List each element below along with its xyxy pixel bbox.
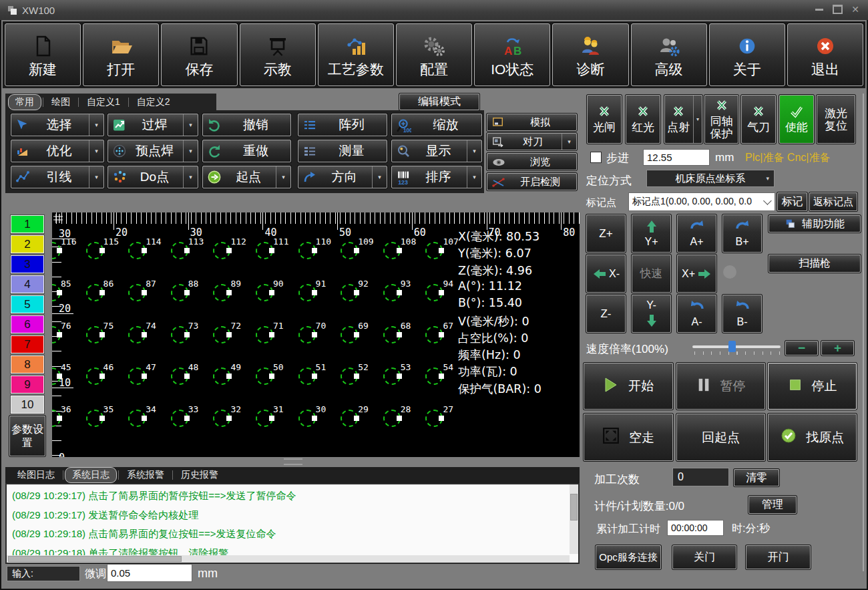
toolbar-button-diagnose-workers[interactable]: 诊断 [552,23,628,86]
ribbon-tab-4[interactable]: 自定义2 [130,95,177,110]
weld-point-node[interactable] [57,374,62,379]
fine-tune-input[interactable] [107,564,192,582]
palette-color-6[interactable]: 6 [11,315,44,333]
view-button-eye[interactable]: 浏览 [487,153,577,170]
tool-button-display[interactable]: 显示▾ [391,140,482,162]
clear-count-button[interactable]: 清零 [734,469,779,486]
weld-point-node[interactable] [142,248,147,253]
tool-button-optimize[interactable]: 优化▾ [11,140,104,162]
weld-point-node[interactable] [99,374,105,379]
toolbar-button-config-gears[interactable]: 配置 [396,23,472,86]
palette-color-4[interactable]: 4 [11,275,44,293]
toolbar-button-about-info[interactable]: 关于 [709,23,785,86]
log-view[interactable]: (08/29 10:29:17) 点击了简易界面的暂停按钮==>发送了暂停命令(… [5,483,580,564]
weld-point-node[interactable] [142,416,147,421]
weld-point-node[interactable] [57,416,62,421]
weld-point-node[interactable] [226,416,232,421]
weld-point-node[interactable] [142,290,147,295]
weld-point-node[interactable] [226,248,232,253]
weld-point-node[interactable] [354,332,359,337]
speed-plus-button[interactable]: + [821,341,854,355]
jog-button-Z+[interactable]: Z+ [586,214,626,253]
tool-button-leadline[interactable]: 引线▾ [11,166,104,188]
chevron-down-icon[interactable]: ▾ [183,140,198,162]
process-time-input[interactable] [667,520,724,536]
weld-point-node[interactable] [269,332,274,337]
weld-point-node[interactable] [99,290,105,295]
toolbar-button-save-floppy[interactable]: 保存 [161,23,237,86]
chevron-down-icon[interactable]: ▾ [372,166,387,188]
step-input[interactable] [643,149,710,166]
weld-point-node[interactable] [184,374,190,379]
weld-point-node[interactable] [184,248,190,253]
param-settings-button[interactable]: 参数设置 [9,416,45,456]
tool-button-prespot[interactable]: 预点焊▾ [107,140,198,162]
laser-button-5[interactable]: 气刀 [741,95,776,144]
jog-button-B+[interactable]: B+ [722,214,762,253]
laser-button-4[interactable]: 同轴保护 [704,95,738,144]
laser-button-6[interactable]: 使能 [779,95,814,144]
toolbar-button-advanced-users[interactable]: 高级 [631,23,707,86]
manage-button[interactable]: 管理 [748,496,797,514]
log-tab-1[interactable]: 绘图日志 [11,468,61,482]
chevron-down-icon[interactable]: ▾ [183,166,198,188]
weld-point-node[interactable] [439,290,444,295]
weld-point-node[interactable] [397,290,402,295]
chevron-down-icon[interactable]: ▾ [562,134,576,150]
tool-button-direction[interactable]: 方向▾ [298,166,387,188]
weld-point-node[interactable] [354,374,359,379]
weld-point-node[interactable] [226,332,232,337]
step-checkbox[interactable] [590,152,602,163]
tool-button-undo[interactable]: 撤销 [202,114,291,136]
laser-button-7[interactable]: 激光复位 [817,95,855,144]
chevron-down-icon[interactable]: ▾ [89,140,103,162]
weld-point-node[interactable] [439,374,444,379]
toolbar-button-teach-screen[interactable]: 示教 [240,23,316,86]
toolbar-button-io-ab[interactable]: ABIO状态 [474,23,550,86]
toolbar-button-exit-cross[interactable]: 退出 [787,23,863,86]
splitter-handle[interactable] [284,458,302,465]
chevron-down-icon[interactable]: ▾ [467,140,481,162]
aux-function-button[interactable]: 辅助功能 [769,215,861,233]
tool-button-cursor[interactable]: 选择▾ [11,114,104,136]
view-button-toolalign[interactable]: 对刀▾ [487,133,577,150]
weld-point-node[interactable] [142,332,147,337]
palette-color-9[interactable]: 9 [11,376,44,394]
find-origin-button[interactable]: 找原点 [768,414,857,461]
weld-point-node[interactable] [269,290,274,295]
weld-point-node[interactable] [99,416,105,421]
chevron-down-icon[interactable]: ▾ [89,114,103,136]
jog-button-X+[interactable]: X+ [677,255,716,293]
weld-point-node[interactable] [269,374,274,379]
jog-button-Y-[interactable]: Y- [632,295,671,333]
scanner-button[interactable]: 扫描枪 [769,255,861,273]
weld-point-node[interactable] [439,332,444,337]
log-tab-3[interactable]: 系统报警 [120,468,171,482]
jog-button-X-[interactable]: X- [586,255,626,293]
ribbon-tab-1[interactable]: 常用 [8,94,41,110]
ribbon-tab-3[interactable]: 自定义1 [80,95,127,110]
weld-point-node[interactable] [57,332,62,337]
tool-button-overweld[interactable]: 过焊▾ [107,114,198,136]
back-to-start-button[interactable]: 回起点 [676,414,765,461]
weld-point-node[interactable] [312,290,317,295]
start-button[interactable]: 开始 [584,363,673,410]
jog-button-Z-[interactable]: Z- [586,295,626,333]
jog-button-A-[interactable]: A- [677,295,716,333]
weld-point-node[interactable] [397,374,402,379]
opc-connect-button[interactable]: Opc服务连接 [596,545,661,569]
positioning-select[interactable]: 机床原点坐标系 ▾ [646,170,775,187]
palette-color-7[interactable]: 7 [11,335,44,353]
laser-button-2[interactable]: 红光 [626,95,660,144]
laser-button-3[interactable]: 点射▾ [664,95,702,144]
palette-color-1[interactable]: 1 [11,215,44,233]
view-button-simulate[interactable]: 模拟 [487,114,577,131]
command-input[interactable]: 输入: [7,566,80,581]
weld-point-node[interactable] [99,332,105,337]
jog-button-A+[interactable]: A+ [677,214,716,253]
weld-point-node[interactable] [226,290,232,295]
weld-point-node[interactable] [397,332,402,337]
weld-point-node[interactable] [354,290,359,295]
tool-button-measure[interactable]: 测量 [298,140,387,162]
log-tab-4[interactable]: 历史报警 [174,468,225,482]
